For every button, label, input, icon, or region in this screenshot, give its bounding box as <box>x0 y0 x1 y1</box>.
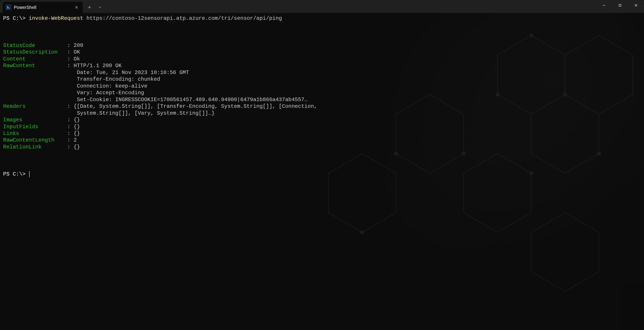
maximize-button[interactable] <box>612 0 628 11</box>
titlebar: PowerShell <box>0 0 644 13</box>
output-continuation: System.String[]], [Vary, System.String[]… <box>3 110 641 117</box>
output-value: {} <box>74 117 80 123</box>
window-controls <box>596 0 644 11</box>
output-value: Ok <box>74 56 80 62</box>
output-continuation: Vary: Accept-Encoding <box>3 90 641 96</box>
command-name: invoke-WebRequest <box>29 15 83 21</box>
output-key: Headers <box>3 103 67 110</box>
output-continuation: Transfer-Encoding: chunked <box>3 76 641 83</box>
terminal-window: PowerShell <box>0 0 644 330</box>
output-value: OK <box>74 49 80 55</box>
output-value: {[Date, System.String[]], [Transfer-Enco… <box>74 103 317 109</box>
output-value: {} <box>74 124 80 130</box>
svg-rect-0 <box>619 4 621 6</box>
tab-powershell[interactable]: PowerShell <box>3 2 83 13</box>
cursor <box>29 171 30 177</box>
output-value: 200 <box>74 42 83 48</box>
output-continuation: Date: Tue, 21 Nov 2023 10:10:56 GMT <box>3 69 641 76</box>
output-value: HTTP/1.1 200 OK <box>74 63 122 69</box>
command-arg: https://contoso-12sensorapi.atp.azure.co… <box>86 15 282 21</box>
new-tab-button[interactable] <box>84 3 94 12</box>
output-key: InputFields <box>3 124 67 130</box>
output-value: {} <box>74 131 80 137</box>
tab-close-button[interactable] <box>74 4 80 10</box>
output-key: RawContentLength <box>3 137 67 144</box>
output-key: StatusCode <box>3 42 67 49</box>
output-key: StatusDescription <box>3 49 67 56</box>
output-key: Images <box>3 117 67 123</box>
svg-marker-7 <box>532 213 599 292</box>
prompt: PS C:\> <box>3 171 26 177</box>
output-key: Links <box>3 130 67 137</box>
minimize-button[interactable] <box>596 0 612 11</box>
prompt: PS C:\> <box>3 15 26 21</box>
output-key: RawContent <box>3 62 67 69</box>
close-window-button[interactable] <box>628 0 644 11</box>
output-key: Content <box>3 56 67 62</box>
tab-dropdown-button[interactable] <box>95 3 105 12</box>
tab-actions <box>84 2 105 13</box>
powershell-icon <box>6 5 11 10</box>
tab-title: PowerShell <box>14 5 74 10</box>
svg-point-15 <box>360 231 364 234</box>
output-key: RelationLink <box>3 144 67 151</box>
terminal-output[interactable]: PS C:\> invoke-WebRequest https://contos… <box>0 13 644 180</box>
output-value: {} <box>74 144 80 150</box>
output-value: 2 <box>74 137 77 143</box>
output-continuation: Set-Cookie: INGRESSCOOKIE=1700561457.489… <box>3 96 641 103</box>
output-continuation: Connection: keep-alive <box>3 83 641 90</box>
